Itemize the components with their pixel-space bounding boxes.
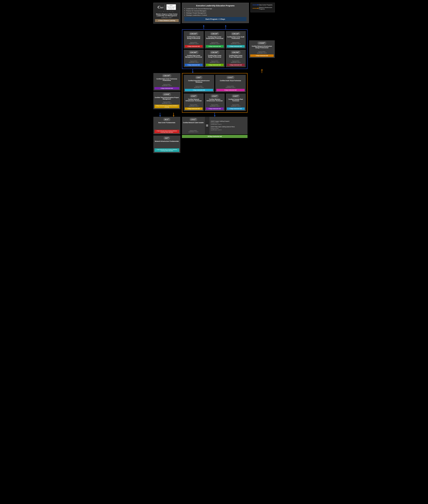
dcf-card: DCF® Data Center Fundamentals 1 Day Inst… bbox=[153, 117, 180, 134]
orange-top-grid: CIIT® Certified Integrated Infrastructur… bbox=[184, 75, 246, 92]
ciit-badge: 5 Days Instructor-led bbox=[185, 89, 213, 91]
cwit-badge: 5 Days Instructor-led bbox=[206, 107, 224, 110]
cdcap-logo: CDCAP® bbox=[231, 32, 240, 35]
cnit-card: CNIT® Certified Network Infrastructure T… bbox=[184, 94, 204, 111]
cdcap-badge: 5 Days Instructor-led bbox=[227, 45, 245, 48]
cnidp-logo: CNIDP® bbox=[257, 42, 266, 45]
cdcpm-card: CDCPM® Certified Data Center Project Man… bbox=[226, 50, 246, 67]
cnit-name: Certified Network Infrastructure Technic… bbox=[185, 99, 203, 104]
legend-orange-label: Network Infrastructure Programs bbox=[259, 7, 273, 10]
cavt-qual: Pearson BTECQualification Level 4 bbox=[226, 85, 235, 88]
cdcdp-qual: Pearson BTECQualification Level 5 bbox=[210, 60, 220, 63]
copt-logo: COPT® bbox=[232, 94, 240, 98]
cdcmp-badge: 5 Days Instructor-led bbox=[185, 64, 203, 66]
level5-grid: CDCEP® Certified Data Center Energy Prof… bbox=[184, 31, 246, 67]
cnci-days-badge: 10 Days Instructor-led bbox=[182, 135, 247, 138]
copt-badge: 5 Days Instructor-led bbox=[227, 107, 245, 110]
cdcdp-badge: 5 Days Instructor-led bbox=[206, 64, 224, 66]
cdcep-card: CDCEP® Certified Data Center Energy Prof… bbox=[184, 31, 204, 49]
logo-inner: Cnet a.r.u. Anglia Ruskin University Ass… bbox=[158, 4, 176, 10]
ctpm-logo: CTPM® bbox=[163, 93, 171, 96]
cnit-qual: Pearson BTECQualification Level 4 bbox=[189, 104, 198, 107]
arrows-to-blue bbox=[153, 25, 275, 29]
blue-border-section: CDCEP® Certified Data Center Energy Prof… bbox=[182, 29, 247, 69]
cdcdp-name: Certified Data Center Design Professiona… bbox=[206, 55, 224, 60]
orange-border-section: CIIT® Certified Integrated Infrastructur… bbox=[182, 73, 247, 113]
cnci-fiber-qual1: Pearson BTEC bbox=[211, 128, 246, 129]
masters-qual-level: Qualification Level 7 bbox=[161, 17, 172, 18]
exec-title: Executive Leadership Education Programs bbox=[184, 5, 247, 7]
exec-item-4: Strategic Leadership in Context bbox=[184, 14, 247, 16]
copt-name: Certified Outside Plant Technician bbox=[227, 99, 245, 104]
cdcmp-name: Certified Data Center Management Profess… bbox=[185, 55, 203, 60]
cnci-copper-title: CNCI® Copper Cabling (Copper) bbox=[211, 120, 246, 122]
aru-logo: a.r.u. Anglia Ruskin University Associat… bbox=[166, 4, 176, 10]
legend-box: Data Center Programs Network Infrastruct… bbox=[250, 3, 275, 12]
exec-item-2: Finance for General Managers bbox=[184, 10, 247, 12]
cdcsp-badge: 5 Days Instructor-led bbox=[206, 45, 224, 48]
cdctp-qual: Pearson BTECQualification Level 4 bbox=[162, 84, 172, 86]
logo-masters-box: Cnet a.r.u. Anglia Ruskin University Ass… bbox=[153, 3, 180, 24]
cdctp-badge: 5 Days Instructor-led bbox=[155, 87, 179, 90]
cnci-logo: CNCI® bbox=[189, 118, 197, 121]
middle-row: CDCTP® Certified Data Center Technician … bbox=[153, 73, 275, 113]
cnci-equals: = bbox=[205, 117, 209, 134]
cnci-copper-qual1: Pearson BTEC bbox=[211, 122, 246, 124]
exec-item-1: Leadership in the Second Machine Age bbox=[184, 8, 247, 9]
dcf-name: Data Center Fundamentals bbox=[158, 122, 175, 129]
copt-qual: Pearson BTECQualification Level 4 bbox=[231, 104, 240, 107]
cavt-logo: CAVT® bbox=[226, 76, 234, 79]
cdcep-badge: 5 Days Instructor-led bbox=[185, 45, 203, 48]
ciit-card: CIIT® Certified Integrated Infrastructur… bbox=[184, 75, 214, 92]
top-row: Cnet a.r.u. Anglia Ruskin University Ass… bbox=[153, 3, 275, 24]
arrow-down-left bbox=[182, 69, 204, 73]
cdcap-name: Certified Data Center Audit Professional bbox=[227, 36, 245, 41]
orange-arrow-cnidp bbox=[249, 69, 275, 73]
cdcep-name: Certified Data Center Energy Professiona… bbox=[185, 36, 203, 41]
ciit-qual: Pearson BTECQualification Level 4 bbox=[194, 85, 204, 88]
cdcsp-name: Certified Data Center Sustainability Pro… bbox=[206, 36, 224, 41]
cnci-inner: CNCI® Certified Network Cable Installer … bbox=[182, 117, 247, 134]
cdcpm-qual: Pearson BTECQualification Level 5 bbox=[231, 60, 240, 63]
left-arrows-down bbox=[153, 113, 180, 117]
cavt-badge: 5 Days Instructor-led bbox=[216, 89, 245, 91]
cnidp-name: Certified Network Infrastructure Design … bbox=[250, 45, 274, 51]
training-text: t r a i n i n g bbox=[160, 11, 174, 12]
cdctp-card: CDCTP® Certified Data Center Technician … bbox=[153, 73, 180, 91]
arrow-right-up bbox=[225, 25, 226, 29]
cdcep-logo: CDCEP® bbox=[189, 32, 198, 35]
cnci-copper-qual2: Qualification Level 3 bbox=[211, 124, 246, 125]
cnidp-card: CNIDP® Certified Network Infrastructure … bbox=[249, 40, 275, 58]
cnci-qual: Pearson BTECQualification Level 3 bbox=[189, 130, 198, 132]
cnidp-col: CNIDP® Certified Network Infrastructure … bbox=[249, 29, 275, 69]
cdcpm-logo: CDCPM® bbox=[231, 51, 240, 54]
cdcpm-name: Certified Data Center Project Management bbox=[227, 55, 245, 60]
dcf-badge: 1 Day Instructor-led or 8 Hours Distance… bbox=[155, 130, 179, 133]
cdcpm-badge: 5 Days Instructor-led bbox=[227, 64, 245, 66]
legend-item-blue: Data Center Programs bbox=[253, 4, 273, 6]
cwit-name: Certified Wireless Infrastructure Techni… bbox=[206, 99, 224, 104]
cnit-badge: 5 Days Instructor-led bbox=[185, 107, 203, 110]
cnci-fiber-qual2: Qualification Level 3 bbox=[211, 129, 246, 131]
legend-item-orange: Network Infrastructure Programs bbox=[253, 7, 273, 10]
cnidp-qual: Pearson BTECQualification Level 5 bbox=[257, 51, 267, 54]
nif-card: NIF® Network Infrastructure Fundamentals… bbox=[153, 136, 180, 153]
ctpm-qual: Pearson BTECQualification Level 4 bbox=[162, 101, 172, 104]
cdcdp-card: CDCDP® Certified Data Center Design Prof… bbox=[205, 50, 225, 67]
cdctp-logo: CDCTP® bbox=[162, 74, 172, 77]
cdcsp-qual: Pearson BTECQualification Level 5 bbox=[210, 42, 220, 44]
ciit-name: Certified Integrated Infrastructure Tech… bbox=[185, 80, 213, 85]
nif-name: Network Infrastructure Fundamentals bbox=[155, 141, 179, 148]
bottom-left-col: DCF® Data Center Fundamentals 1 Day Inst… bbox=[153, 117, 180, 153]
cdcmp-qual: Pearson BTECQualification Level 5 bbox=[189, 60, 198, 63]
cavt-card: CAVT® Certified Audio Visual Technician … bbox=[215, 75, 246, 92]
masters-title: Masters Degree in Data Center Leadership… bbox=[155, 13, 179, 17]
arrows-middle-to-bottom bbox=[153, 113, 275, 117]
each-program-badge: Each Program = 3 Days bbox=[184, 17, 247, 21]
bottom-row: DCF® Data Center Fundamentals 1 Day Inst… bbox=[153, 117, 275, 153]
nif-logo: NIF® bbox=[164, 137, 170, 140]
exec-programs-box: Executive Leadership Education Programs … bbox=[182, 3, 249, 23]
distance-badge: 3 Years Distance Learning bbox=[155, 19, 179, 22]
blue-cnidp-row: CDCEP® Certified Data Center Energy Prof… bbox=[153, 29, 275, 69]
cdctp-name: Certified Data Center Technician Profess… bbox=[155, 78, 179, 83]
